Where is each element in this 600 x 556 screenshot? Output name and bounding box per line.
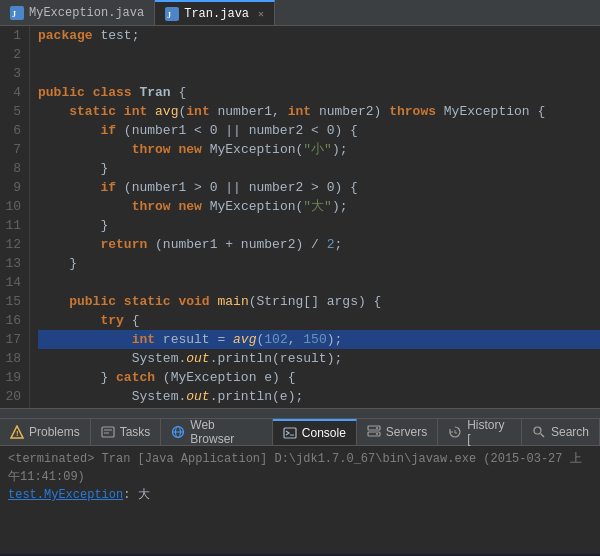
tab-servers-label: Servers bbox=[386, 425, 427, 439]
editor-area: 1 2 3 4 5 6 7 8 9 10 11 12 13 14 15 16 1… bbox=[0, 26, 600, 408]
code-line-2 bbox=[38, 45, 600, 64]
console-output-line: test.MyException: 大 bbox=[8, 486, 592, 504]
code-line-18: System.out.println(result); bbox=[38, 349, 600, 368]
code-line-10: throw new MyException("大"); bbox=[38, 197, 600, 216]
tab-tran-close[interactable]: ✕ bbox=[258, 8, 264, 20]
svg-point-16 bbox=[376, 427, 378, 429]
tab-problems-label: Problems bbox=[29, 425, 80, 439]
java-icon-2: J bbox=[165, 7, 179, 21]
console-output-suffix: : 大 bbox=[123, 488, 149, 502]
svg-point-20 bbox=[534, 427, 541, 434]
globe-icon bbox=[171, 425, 185, 439]
console-output: <terminated> Tran [Java Application] D:\… bbox=[0, 446, 600, 554]
tab-search[interactable]: Search bbox=[522, 419, 600, 445]
svg-point-17 bbox=[376, 433, 378, 435]
tab-webbrowser[interactable]: Web Browser bbox=[161, 419, 272, 445]
bottom-tab-bar: ! Problems Tasks Web Browser Console bbox=[0, 418, 600, 446]
editor-scrollbar[interactable] bbox=[0, 408, 600, 418]
tab-tasks[interactable]: Tasks bbox=[91, 419, 162, 445]
tab-servers[interactable]: Servers bbox=[357, 419, 438, 445]
server-icon bbox=[367, 425, 381, 439]
tab-console[interactable]: Console bbox=[273, 419, 357, 445]
code-line-1: package test; bbox=[38, 26, 600, 45]
tab-tran-label: Tran.java bbox=[184, 7, 249, 21]
tab-search-label: Search bbox=[551, 425, 589, 439]
tab-webbrowser-label: Web Browser bbox=[190, 418, 262, 446]
code-line-16: try { bbox=[38, 311, 600, 330]
warning-icon: ! bbox=[10, 425, 24, 439]
console-terminated: <terminated> Tran [Java Application] D:\… bbox=[8, 450, 592, 486]
history-icon bbox=[448, 425, 462, 439]
tab-console-label: Console bbox=[302, 426, 346, 440]
tasks-icon bbox=[101, 425, 115, 439]
console-icon bbox=[283, 426, 297, 440]
search-icon bbox=[532, 425, 546, 439]
tab-tran[interactable]: J Tran.java ✕ bbox=[155, 0, 275, 25]
svg-rect-14 bbox=[368, 426, 380, 430]
code-line-12: return (number1 + number2) / 2; bbox=[38, 235, 600, 254]
code-line-6: if (number1 < 0 || number2 < 0) { bbox=[38, 121, 600, 140]
tab-problems[interactable]: ! Problems bbox=[0, 419, 91, 445]
code-line-13: } bbox=[38, 254, 600, 273]
code-line-3 bbox=[38, 64, 600, 83]
tab-bar: J MyException.java J Tran.java ✕ bbox=[0, 0, 600, 26]
tab-history[interactable]: History [ bbox=[438, 419, 522, 445]
tab-tasks-label: Tasks bbox=[120, 425, 151, 439]
code-content[interactable]: package test; public class Tran { static… bbox=[30, 26, 600, 408]
code-line-9: if (number1 > 0 || number2 > 0) { bbox=[38, 178, 600, 197]
code-line-11: } bbox=[38, 216, 600, 235]
code-line-19: } catch (MyException e) { bbox=[38, 368, 600, 387]
code-line-20: System.out.println(e); bbox=[38, 387, 600, 406]
svg-text:J: J bbox=[167, 11, 171, 20]
code-line-7: throw new MyException("小"); bbox=[38, 140, 600, 159]
tab-myexception[interactable]: J MyException.java bbox=[0, 0, 155, 25]
code-line-15: public static void main(String[] args) { bbox=[38, 292, 600, 311]
svg-rect-6 bbox=[102, 427, 114, 437]
code-line-4: public class Tran { bbox=[38, 83, 600, 102]
java-icon: J bbox=[10, 6, 24, 20]
code-line-21: } bbox=[38, 406, 600, 408]
line-numbers: 1 2 3 4 5 6 7 8 9 10 11 12 13 14 15 16 1… bbox=[0, 26, 30, 408]
tab-history-label: History [ bbox=[467, 418, 511, 446]
svg-line-21 bbox=[540, 434, 544, 438]
console-link[interactable]: test.MyException bbox=[8, 488, 123, 502]
svg-rect-15 bbox=[368, 432, 380, 436]
code-line-8: } bbox=[38, 159, 600, 178]
svg-text:!: ! bbox=[16, 429, 19, 438]
code-line-17: int result = avg(102, 150); bbox=[38, 330, 600, 349]
code-line-5: static int avg(int number1, int number2)… bbox=[38, 102, 600, 121]
code-line-14 bbox=[38, 273, 600, 292]
tab-myexception-label: MyException.java bbox=[29, 6, 144, 20]
svg-text:J: J bbox=[12, 10, 16, 19]
